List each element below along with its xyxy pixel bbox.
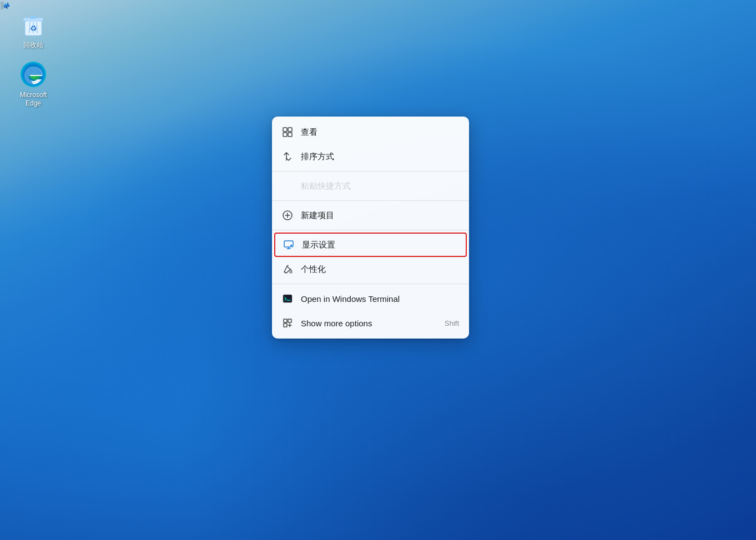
- svg-rect-23: [288, 319, 291, 322]
- paint-icon: [282, 264, 293, 275]
- divider-1: [272, 171, 469, 171]
- recycle-bin-icon[interactable]: ♻ 回收站: [11, 11, 56, 50]
- terminal-icon: [282, 293, 293, 304]
- svg-rect-14: [288, 128, 292, 132]
- menu-new-label: 新建项目: [301, 210, 459, 221]
- menu-view-label: 查看: [301, 127, 459, 138]
- expand-icon: [282, 317, 293, 329]
- grid-icon: [282, 127, 293, 138]
- menu-paste-label: 粘贴快捷方式: [301, 181, 459, 191]
- svg-rect-16: [288, 133, 292, 137]
- svg-line-9: [29, 22, 30, 33]
- divider-4: [272, 284, 469, 284]
- recycle-bin-svg: ♻: [21, 11, 46, 38]
- menu-display-label: 显示设置: [302, 240, 458, 250]
- svg-rect-4: [0, 2, 4, 9]
- desktop-icons-area: ♻ 回收站: [11, 11, 56, 108]
- svg-rect-7: [30, 16, 37, 19]
- show-more-shortcut: Shift: [445, 319, 459, 327]
- menu-personalize-label: 个性化: [301, 264, 459, 275]
- microsoft-edge-icon[interactable]: Microsoft Edge: [11, 61, 56, 108]
- menu-item-display[interactable]: 显示设置: [274, 233, 467, 257]
- menu-item-more-options[interactable]: Show more options Shift: [272, 311, 469, 335]
- edge-svg: [20, 61, 47, 88]
- plus-circle-icon: [282, 210, 293, 221]
- sort-icon: [282, 151, 293, 162]
- context-menu: 查看 排序方式 粘贴快捷方式 新建项目: [272, 117, 469, 339]
- divider-3: [272, 230, 469, 230]
- paste-icon: [282, 180, 293, 191]
- recycle-bin-image: ♻: [20, 11, 47, 38]
- edge-image: [20, 61, 47, 88]
- svg-point-19: [290, 245, 293, 248]
- edge-label: Microsoft Edge: [11, 91, 56, 108]
- menu-item-sort[interactable]: 排序方式: [272, 144, 469, 169]
- divider-2: [272, 200, 469, 201]
- svg-rect-24: [284, 324, 287, 327]
- menu-item-paste-shortcut[interactable]: 粘贴快捷方式: [272, 174, 469, 198]
- svg-rect-15: [283, 133, 287, 137]
- svg-point-3: [6, 6, 7, 6]
- svg-rect-21: [283, 295, 292, 302]
- menu-item-view[interactable]: 查看: [272, 120, 469, 144]
- menu-sort-label: 排序方式: [301, 152, 459, 162]
- svg-point-20: [290, 271, 292, 273]
- menu-item-terminal[interactable]: Open in Windows Terminal: [272, 286, 469, 311]
- menu-terminal-label: Open in Windows Terminal: [301, 294, 459, 304]
- svg-line-11: [37, 22, 37, 33]
- svg-rect-22: [284, 319, 287, 322]
- menu-item-personalize[interactable]: 个性化: [272, 257, 469, 281]
- svg-rect-13: [283, 128, 287, 132]
- recycle-bin-label: 回收站: [23, 41, 43, 50]
- menu-item-new[interactable]: 新建项目: [272, 203, 469, 228]
- menu-more-label: Show more options: [301, 319, 437, 328]
- display-icon: [283, 239, 294, 250]
